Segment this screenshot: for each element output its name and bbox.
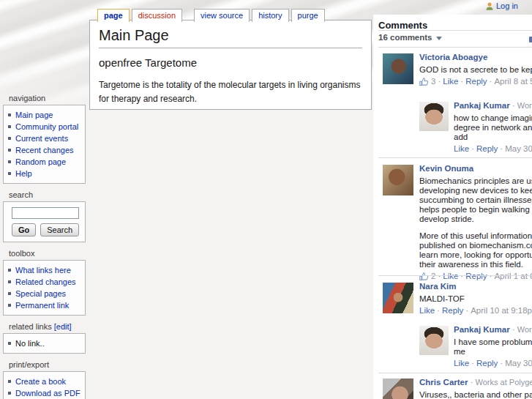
- separator: ·: [490, 77, 492, 86]
- search-input[interactable]: [12, 207, 79, 219]
- divider: [378, 47, 532, 48]
- tab-discussion[interactable]: discussion: [132, 9, 182, 22]
- sidebar-link[interactable]: Help: [15, 169, 32, 178]
- comment-line: add: [454, 133, 532, 142]
- sidebar-item-current-events[interactable]: Current events: [8, 133, 82, 144]
- tab-history[interactable]: history: [252, 9, 288, 22]
- comment-nara: Nara Kim MALDI-TOF Like · Reply · April …: [373, 282, 532, 316]
- separator: ·: [500, 359, 503, 368]
- timestamp: April 10 at 9:18pm: [471, 306, 532, 316]
- avatar[interactable]: [383, 53, 413, 84]
- commenter-meta: Works at S: [517, 325, 532, 334]
- reply-link[interactable]: Reply: [476, 144, 498, 154]
- sidebar-item-special-pages[interactable]: Special pages: [8, 288, 82, 299]
- print-export-label: print/export: [3, 358, 86, 371]
- comment-line: More of this useful information is regul…: [419, 231, 532, 241]
- toolbox-label: toolbox: [3, 247, 86, 260]
- sidebar-item-permanent-link[interactable]: Permanent link: [8, 299, 82, 311]
- comment-line: how to change imaginary pa: [454, 113, 532, 123]
- comment-text: Biomechanics principles are used in med …: [419, 176, 532, 269]
- bullet-icon: [8, 304, 11, 307]
- avatar[interactable]: [383, 165, 413, 195]
- avatar[interactable]: [383, 283, 413, 313]
- avatar[interactable]: [383, 379, 413, 399]
- divider: [378, 275, 532, 276]
- bullet-icon: [8, 392, 11, 395]
- clipped-icon: [529, 37, 532, 42]
- sidebar-link[interactable]: Community portal: [15, 122, 78, 131]
- tab-view-source[interactable]: view source: [194, 9, 250, 22]
- commenter-name[interactable]: Victoria Aboagye: [419, 53, 487, 61]
- commenter-meta: Works at Polygenic Pathw: [476, 378, 532, 387]
- comment-line: developing new devices to keep people f: [419, 186, 532, 195]
- sidebar-item-community-portal[interactable]: Community portal: [8, 121, 82, 133]
- comment-text: MALDI-TOF: [419, 294, 532, 304]
- sidebar-link[interactable]: Related changes: [15, 277, 76, 286]
- like-link[interactable]: Like: [454, 144, 469, 154]
- commenter-name[interactable]: Kevin Onuma: [419, 164, 473, 173]
- commenter-name[interactable]: Pankaj Kumar: [454, 325, 510, 334]
- sidebar-link[interactable]: Random page: [15, 157, 66, 166]
- comment-victoria: Victoria Aboagye GOD is not a secrete to…: [373, 53, 532, 86]
- search-button[interactable]: Search: [40, 223, 79, 236]
- separator: ·: [460, 77, 463, 86]
- sidebar-item-main-page[interactable]: Main page: [8, 109, 82, 121]
- sidebar-link[interactable]: Current events: [15, 134, 68, 143]
- sidebar-link[interactable]: Special pages: [15, 289, 66, 298]
- like-link[interactable]: Like: [419, 306, 435, 316]
- tab-page[interactable]: page: [97, 9, 130, 22]
- avatar[interactable]: [419, 326, 449, 355]
- like-link[interactable]: Like: [443, 272, 458, 281]
- commenter-name[interactable]: Nara Kim: [419, 282, 457, 291]
- edit-link[interactable]: [edit]: [54, 322, 72, 331]
- tab-purge[interactable]: purge: [291, 9, 325, 22]
- commenter-name[interactable]: Pankaj Kumar: [454, 101, 510, 110]
- sidebar-item-related-changes[interactable]: Related changes: [8, 276, 82, 288]
- comment-chris: Chris Carter · Works at Polygenic Pathw …: [373, 378, 532, 399]
- sidebar-item-random-page[interactable]: Random page: [8, 156, 82, 168]
- separator: ·: [471, 378, 473, 387]
- like-count: 3: [431, 77, 435, 86]
- sidebar-link[interactable]: Recent changes: [15, 146, 74, 154]
- reply-link[interactable]: Reply: [465, 272, 487, 281]
- sidebar-link[interactable]: Main page: [15, 111, 53, 119]
- comment-kevin: Kevin Onuma Biomechanics principles are …: [373, 164, 532, 281]
- sidebar-item-recent-changes[interactable]: Recent changes: [8, 144, 82, 156]
- comment-line: I have some problum in mat: [454, 338, 532, 347]
- separator: ·: [500, 144, 503, 154]
- sidebar-link[interactable]: What links here: [15, 266, 71, 275]
- commenter-name[interactable]: Chris Carter: [419, 378, 468, 387]
- separator: ·: [490, 272, 492, 281]
- comment-line: succumbing to certain illnesses. Biomec: [419, 195, 532, 205]
- sidebar-item-download-as-pdf[interactable]: Download as PDF: [8, 387, 82, 399]
- divider: [378, 157, 532, 158]
- separator: ·: [471, 359, 474, 368]
- related-links-portlet: No link..: [3, 333, 86, 354]
- reply-link[interactable]: Reply: [442, 306, 463, 316]
- thumb-up-icon: [419, 78, 428, 86]
- sidebar-item-create-a-book[interactable]: Create a book: [8, 376, 82, 387]
- comment-actions: Like · Reply · May 30 at 3:1: [454, 359, 532, 368]
- bullet-icon: [8, 137, 11, 140]
- sidebar-link[interactable]: Download as PDF: [15, 389, 80, 398]
- comment-actions: Like · Reply · May 30 at 3:1: [454, 144, 532, 154]
- sidebar-link[interactable]: Create a book: [15, 377, 66, 386]
- reply-link[interactable]: Reply: [465, 77, 487, 86]
- avatar[interactable]: [419, 102, 449, 131]
- section-heading: openfree Targetome: [99, 56, 362, 69]
- login-link[interactable]: Log in: [496, 1, 518, 10]
- like-link[interactable]: Like: [454, 359, 469, 368]
- sidebar-item-help[interactable]: Help: [8, 168, 82, 179]
- sidebar-link[interactable]: Permanent link: [15, 301, 69, 310]
- separator: ·: [438, 272, 441, 281]
- divider: [378, 30, 532, 31]
- print-export-portlet: Create a book Download as PDF Printable …: [3, 371, 86, 399]
- like-link[interactable]: Like: [443, 77, 458, 86]
- sidebar-item-what-links-here[interactable]: What links here: [8, 264, 82, 276]
- comments-count-dropdown[interactable]: 16 comments: [378, 33, 442, 42]
- sidebar: navigation Main page Community portal Cu…: [3, 92, 86, 399]
- reply-link[interactable]: Reply: [476, 359, 498, 368]
- sidebar-item-no-link: No link..: [8, 338, 82, 349]
- bullet-icon: [8, 380, 11, 383]
- go-button[interactable]: Go: [12, 223, 36, 236]
